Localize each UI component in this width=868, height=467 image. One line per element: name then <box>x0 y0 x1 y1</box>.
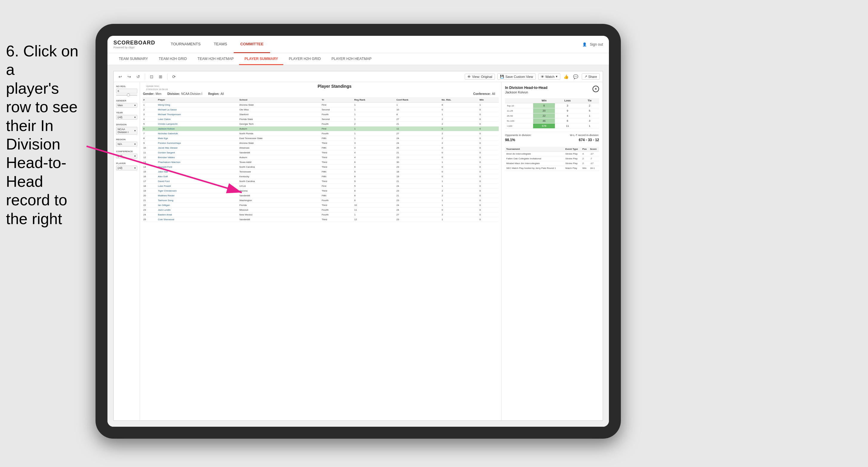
table-row[interactable]: 11 Gordon Sargent Vanderbilt Third 4 21 … <box>143 150 499 155</box>
h2h-panel: In Division Head-to-Head Jackson Koivun … <box>501 82 602 421</box>
nav-committee[interactable]: COMMITTEE <box>234 36 270 53</box>
tablet-screen: SCOREBOARD Powered by clippi TOURNAMENTS… <box>107 36 609 427</box>
save-custom-button[interactable]: 💾 Save Custom View <box>497 73 536 80</box>
division-filter-display: Division: NCAA Division I <box>167 92 203 95</box>
tournaments-header-row: Tournament Event Type Pos Score <box>505 147 599 152</box>
h2h-row: 11-25 20 9 5 <box>505 108 599 114</box>
table-row[interactable]: 14 Maxwell Ford North Carolina Third 6 2… <box>143 165 499 169</box>
region-label: Region <box>116 138 137 141</box>
opponents-label: Opponents in division: <box>505 134 532 137</box>
player-label: Player <box>116 162 137 165</box>
h2h-breakdown-table: Win Loss Tie Top 10 8 3 2 11-25 20 9 5 2… <box>505 98 599 129</box>
sub-nav-team-summary[interactable]: TEAM SUMMARY <box>114 53 153 65</box>
table-row[interactable]: 15 Jake Hall Tennessee Fifth 5 18 0 0 <box>143 169 499 174</box>
paste-button[interactable]: ⊞ <box>157 73 164 80</box>
gender-value[interactable]: Men ▾ <box>116 103 137 108</box>
watch-button[interactable]: 👁 Watch ▾ <box>538 73 560 80</box>
table-header-row: # Player School Yr Reg Rank Conf Rank No… <box>143 97 499 103</box>
filter-conference: Conference (All) ▾ <box>116 150 137 158</box>
sign-out-link[interactable]: Sign out <box>590 42 603 46</box>
table-row[interactable]: 8 Mats Ege East Tennessee State Fifth 1 … <box>143 136 499 141</box>
table-row[interactable]: 10 Jacob Mac Diease Arkansas Fifth 4 25 … <box>143 146 499 150</box>
sign-out-area: 👤 Sign out <box>582 42 603 46</box>
view-original-button[interactable]: 👁 View: Original <box>465 74 495 80</box>
tour-col-score: Score <box>589 147 599 152</box>
table-row[interactable]: 2 Michael La Sasso Ole Miss Second 1 10 … <box>143 107 499 112</box>
filter-player: Player (All) ▾ <box>116 162 137 170</box>
table-row[interactable]: 7 Nicholas Gabrelcik North Florida Fourt… <box>143 131 499 136</box>
sub-nav-player-h2h-heatmap[interactable]: PLAYER H2H HEATMAP <box>326 53 377 65</box>
table-row[interactable]: 23 Jack Lundin Missouri Fourth 11 24 0 0 <box>143 208 499 213</box>
col-conf-rank: Conf Rank <box>396 97 440 103</box>
refresh-button[interactable]: ⟳ <box>170 73 178 80</box>
table-row[interactable]: 12 Brendan Valdes Auburn Third 4 23 0 0 <box>143 155 499 160</box>
col-win: Win <box>478 97 499 103</box>
opponents-pct: 98.1% <box>505 138 515 142</box>
nav-teams[interactable]: TEAMS <box>207 36 234 53</box>
report-toolbar: ↩ ↪ ↺ ⊡ ⊞ ⟳ 👁 View: Original 💾 <box>114 71 602 82</box>
table-row[interactable]: 13 Phachakorn Maichon Texas A&M Third 6 … <box>143 160 499 165</box>
instruction-line1: 6. Click on a <box>6 42 79 78</box>
table-row[interactable]: 25 Cole Sherwood Vanderbilt Third 12 23 … <box>143 217 499 222</box>
sub-nav-team-h2h-heatmap[interactable]: TEAM H2H HEATMAP <box>192 53 239 65</box>
wlt-label: W-L-T record in-division: <box>570 134 599 137</box>
like-button[interactable]: 👍 <box>563 73 570 80</box>
tournament-row: SEC Match Play hosted by Jerry Pate Roun… <box>505 166 599 171</box>
table-row[interactable]: 5 Christo Lamprecht Georgia Tech Fourth … <box>143 122 499 127</box>
sub-nav-team-h2h-grid[interactable]: TEAM H2H GRID <box>153 53 192 65</box>
player-value[interactable]: (All) ▾ <box>116 166 137 170</box>
table-row[interactable]: 20 Matthew Riedel Vanderbilt Fifth 8 21 … <box>143 193 499 198</box>
instruction-line3: their In Division <box>6 117 60 153</box>
comment-button[interactable]: 💬 <box>572 73 579 80</box>
table-row[interactable]: 19 Tiger Christensen Arizona Third 8 23 … <box>143 189 499 193</box>
table-row[interactable]: 18 Luke Powell UCLA First 5 24 1 0 <box>143 184 499 189</box>
table-row[interactable]: 17 David Ford North Carolina Third 9 21 … <box>143 179 499 184</box>
undo-button[interactable]: ↩ <box>117 73 124 80</box>
table-row[interactable]: 6 Jackson Koivun Auburn First 1 11 0 0 <box>143 127 499 131</box>
reset-button[interactable]: ↺ <box>135 73 142 80</box>
report-body: No Rds. 6 Gender Men ▾ <box>114 82 602 421</box>
tournament-row: Mirabel Maui Jim Intercollegiate Stroke … <box>505 161 599 166</box>
save-custom-label: Save Custom View <box>505 75 533 79</box>
table-row[interactable]: 16 Alex Goff Kentucky Fifth 8 19 0 0 <box>143 174 499 179</box>
table-row[interactable]: 22 Ian Gilligan Florida Third 10 24 1 0 <box>143 203 499 208</box>
logo-area: SCOREBOARD Powered by clippi <box>114 40 155 49</box>
conference-filter-display: Conference: All <box>473 92 495 95</box>
toolbar-divider-2 <box>167 74 167 80</box>
tour-col-name: Tournament <box>505 147 564 152</box>
no-rds-value: 6 <box>116 89 137 93</box>
table-row[interactable]: 1 Wenyi Ding Arizona State First 1 1 8 1 <box>143 103 499 107</box>
table-row[interactable]: 4 Luke Claton Florida State Second 1 27 … <box>143 117 499 122</box>
no-rds-slider[interactable] <box>116 95 137 96</box>
no-rds-label: No Rds. <box>116 85 137 88</box>
nav-tournaments[interactable]: TOURNAMENTS <box>164 36 207 53</box>
sub-nav: TEAM SUMMARY TEAM H2H GRID TEAM H2H HEAT… <box>107 53 609 65</box>
col-school: School <box>239 97 321 103</box>
gender-label: Gender <box>116 99 137 102</box>
standings-filters-row: Gender: Men Division: NCAA Division I Re… <box>140 92 501 97</box>
share-button[interactable]: ↗ Share <box>582 73 600 80</box>
region-value[interactable]: N/A ▾ <box>116 142 137 147</box>
view-original-label: View: Original <box>472 75 492 79</box>
sub-nav-player-summary[interactable]: PLAYER SUMMARY <box>239 53 283 65</box>
h2h-close-button[interactable]: × <box>592 86 599 92</box>
region-chevron: ▾ <box>134 143 136 146</box>
redo-button[interactable]: ↪ <box>126 73 133 80</box>
table-row[interactable]: 21 Taehoon Song Washington Fourth 6 23 1… <box>143 198 499 203</box>
h2h-player-name: Jackson Koivun <box>505 90 548 94</box>
division-value[interactable]: NCAA Division I ▾ <box>116 127 137 134</box>
year-value[interactable]: (All) ▾ <box>116 115 137 120</box>
sub-nav-player-h2h-grid[interactable]: PLAYER H2H GRID <box>283 53 326 65</box>
table-row[interactable]: 3 Michael Thorbjornsen Stanford Fourth 1… <box>143 112 499 117</box>
table-row[interactable]: 9 Preston Summerhays Arizona State Third… <box>143 141 499 146</box>
h2h-col-tie: Tie <box>580 98 599 103</box>
copy-button[interactable]: ⊡ <box>148 73 155 80</box>
report-container: ↩ ↪ ↺ ⊡ ⊞ ⟳ 👁 View: Original 💾 <box>114 71 603 421</box>
viz-area: Update time: 27/03/2024 16:56:26 Player … <box>140 82 501 421</box>
powered-by: Powered by clippi <box>114 46 155 49</box>
table-row[interactable]: 24 Bastien Amat New Mexico Fourth 1 27 2… <box>143 213 499 217</box>
update-time: Update time: 27/03/2024 16:56:26 <box>143 83 171 92</box>
col-player: Player <box>157 97 239 103</box>
conference-label: Conference <box>116 150 137 153</box>
conference-value[interactable]: (All) ▾ <box>116 154 137 158</box>
